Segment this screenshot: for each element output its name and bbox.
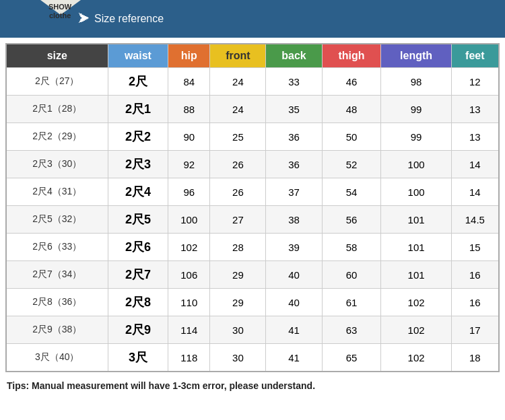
table-cell-feet: 14.5 — [451, 206, 499, 234]
table-cell-front: 30 — [210, 316, 266, 344]
table-cell-waist_label: 2尺9 — [108, 316, 168, 344]
table-cell-length: 102 — [381, 289, 451, 316]
table-cell-thigh: 63 — [322, 316, 381, 344]
table-header-row: size waist hip front back thigh length f… — [6, 44, 499, 68]
table-row: 2尺4（31）2尺49626375410014 — [6, 178, 499, 206]
table-cell-size: 2尺3（30） — [6, 151, 108, 178]
size-table: size waist hip front back thigh length f… — [5, 43, 500, 372]
table-cell-hip: 90 — [168, 123, 210, 151]
table-cell-size: 2尺5（32） — [6, 206, 108, 234]
table-cell-length: 102 — [381, 344, 451, 372]
table-cell-waist_label: 2尺7 — [108, 261, 168, 289]
table-cell-thigh: 56 — [322, 206, 381, 234]
col-length: length — [381, 44, 451, 68]
table-cell-waist_label: 2尺2 — [108, 123, 168, 151]
table-cell-back: 36 — [266, 123, 322, 151]
table-cell-front: 25 — [210, 123, 266, 151]
table-cell-waist_label: 2尺5 — [108, 206, 168, 234]
col-back: back — [266, 44, 322, 68]
table-cell-hip: 102 — [168, 234, 210, 261]
table-cell-feet: 12 — [451, 68, 499, 96]
table-cell-size: 3尺（40） — [6, 344, 108, 372]
table-cell-thigh: 60 — [322, 261, 381, 289]
table-cell-length: 101 — [381, 234, 451, 261]
table-cell-feet: 16 — [451, 289, 499, 316]
table-cell-hip: 110 — [168, 289, 210, 316]
table-cell-feet: 14 — [451, 178, 499, 206]
table-cell-back: 41 — [266, 316, 322, 344]
table-row: 2尺6（33）2尺610228395810115 — [6, 234, 499, 261]
table-cell-length: 100 — [381, 151, 451, 178]
table-cell-feet: 14 — [451, 151, 499, 178]
col-size: size — [6, 44, 108, 68]
tips-text: Tips: Manual measurement will have 1-3cm… — [0, 375, 505, 399]
table-cell-thigh: 52 — [322, 151, 381, 178]
col-thigh: thigh — [322, 44, 381, 68]
table-cell-back: 36 — [266, 151, 322, 178]
table-cell-hip: 106 — [168, 261, 210, 289]
table-cell-waist_label: 2尺 — [108, 68, 168, 96]
table-cell-waist_label: 2尺6 — [108, 234, 168, 261]
table-cell-back: 39 — [266, 234, 322, 261]
table-cell-size: 2尺4（31） — [6, 178, 108, 206]
table-cell-size: 2尺2（29） — [6, 123, 108, 151]
table-cell-size: 2尺7（34） — [6, 261, 108, 289]
table-cell-back: 33 — [266, 68, 322, 96]
table-row: 3尺（40）3尺11830416510218 — [6, 344, 499, 372]
table-cell-feet: 13 — [451, 123, 499, 151]
table-row: 2尺2（29）2尺2902536509913 — [6, 123, 499, 151]
table-cell-thigh: 65 — [322, 344, 381, 372]
table-cell-length: 100 — [381, 178, 451, 206]
col-hip: hip — [168, 44, 210, 68]
table-row: 2尺（27）2尺842433469812 — [6, 68, 499, 96]
table-row: 2尺3（30）2尺39226365210014 — [6, 151, 499, 178]
table-cell-front: 26 — [210, 151, 266, 178]
table-cell-size: 2尺6（33） — [6, 234, 108, 261]
table-cell-back: 40 — [266, 289, 322, 316]
table-cell-feet: 13 — [451, 96, 499, 123]
table-cell-waist_label: 2尺1 — [108, 96, 168, 123]
table-cell-thigh: 46 — [322, 68, 381, 96]
table-row: 2尺5（32）2尺510027385610114.5 — [6, 206, 499, 234]
col-waist: waist — [108, 44, 168, 68]
table-cell-back: 41 — [266, 344, 322, 372]
table-row: 2尺1（28）2尺1882435489913 — [6, 96, 499, 123]
table-cell-size: 2尺8（36） — [6, 289, 108, 316]
table-cell-length: 99 — [381, 96, 451, 123]
table-cell-back: 38 — [266, 206, 322, 234]
col-feet: feet — [451, 44, 499, 68]
table-cell-size: 2尺（27） — [6, 68, 108, 96]
table-cell-size: 2尺1（28） — [6, 96, 108, 123]
table-cell-hip: 100 — [168, 206, 210, 234]
table-cell-waist_label: 2尺3 — [108, 151, 168, 178]
table-cell-thigh: 61 — [322, 289, 381, 316]
table-cell-length: 98 — [381, 68, 451, 96]
table-cell-thigh: 58 — [322, 234, 381, 261]
table-cell-thigh: 48 — [322, 96, 381, 123]
logo-text: SHOW clothe — [48, 3, 71, 20]
table-cell-hip: 118 — [168, 344, 210, 372]
table-cell-back: 35 — [266, 96, 322, 123]
table-cell-thigh: 50 — [322, 123, 381, 151]
table-cell-front: 28 — [210, 234, 266, 261]
table-cell-waist_label: 2尺4 — [108, 178, 168, 206]
table-cell-front: 29 — [210, 289, 266, 316]
table-cell-length: 99 — [381, 123, 451, 151]
size-reference-text: Size reference — [94, 13, 164, 25]
table-cell-front: 27 — [210, 206, 266, 234]
table-cell-hip: 84 — [168, 68, 210, 96]
table-cell-feet: 16 — [451, 261, 499, 289]
table-cell-back: 37 — [266, 178, 322, 206]
table-cell-front: 24 — [210, 68, 266, 96]
table-cell-length: 101 — [381, 206, 451, 234]
table-cell-waist_label: 2尺8 — [108, 289, 168, 316]
table-cell-back: 40 — [266, 261, 322, 289]
size-reference-label: ⮞ Size reference — [78, 12, 164, 26]
table-cell-length: 102 — [381, 316, 451, 344]
table-cell-hip: 96 — [168, 178, 210, 206]
logo-line2: clothe — [49, 11, 71, 20]
table-cell-waist_label: 3尺 — [108, 344, 168, 372]
table-body: 2尺（27）2尺8424334698122尺1（28）2尺18824354899… — [6, 68, 499, 372]
table-cell-hip: 88 — [168, 96, 210, 123]
table-cell-feet: 18 — [451, 344, 499, 372]
